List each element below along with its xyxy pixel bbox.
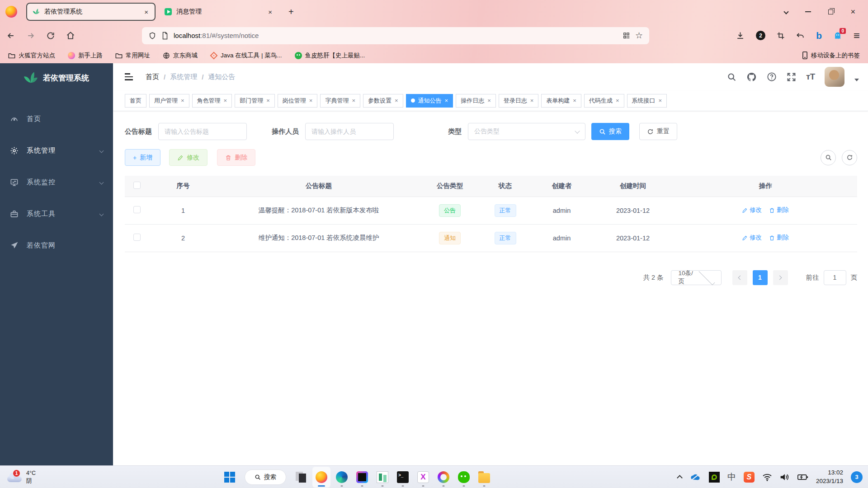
task-view-button[interactable] <box>292 467 310 488</box>
taskbar-firefox[interactable] <box>312 467 330 488</box>
delete-button[interactable]: 删除 <box>217 149 255 166</box>
goto-page-input[interactable] <box>824 270 846 285</box>
ghost-extension-icon[interactable]: 0 <box>833 31 842 40</box>
notification-count-badge[interactable]: 3 <box>851 471 863 483</box>
forward-button[interactable] <box>26 31 35 40</box>
qr-code-icon[interactable] <box>623 32 630 39</box>
tag-oper-log[interactable]: 操作日志× <box>456 94 496 108</box>
reset-button[interactable]: 重置 <box>639 123 677 140</box>
home-button[interactable] <box>66 31 75 40</box>
page-size-select[interactable]: 10条/页 <box>671 270 722 285</box>
tag-close-icon[interactable]: × <box>616 97 619 104</box>
tab-close-icon[interactable]: × <box>143 8 149 16</box>
tag-close-icon[interactable]: × <box>445 97 448 104</box>
avatar[interactable] <box>825 67 844 87</box>
refresh-table-button[interactable] <box>842 150 857 165</box>
bing-icon[interactable]: b <box>816 31 822 40</box>
font-size-icon[interactable]: тT <box>806 72 815 82</box>
ime-indicator-icon[interactable]: 中 <box>727 471 736 483</box>
app-menu-icon[interactable]: ≡ <box>854 30 860 41</box>
bookmark-folder-firefox[interactable]: 火狐官方站点 <box>8 52 55 60</box>
taskbar-clock[interactable]: 13:02 2023/1/13 <box>816 469 843 486</box>
tag-login-log[interactable]: 登录日志× <box>499 94 539 108</box>
wifi-icon[interactable] <box>762 473 772 481</box>
row-checkbox[interactable] <box>133 206 141 213</box>
operator-input[interactable] <box>305 123 394 140</box>
row-checkbox[interactable] <box>133 234 141 241</box>
tag-close-icon[interactable]: × <box>266 97 270 104</box>
taskbar-weather-widget[interactable]: 1 4°C 阴 <box>0 469 36 485</box>
tag-post-mgmt[interactable]: 岗位管理× <box>278 94 318 108</box>
bookmark-star-icon[interactable]: ☆ <box>635 30 643 41</box>
shield-icon[interactable] <box>148 32 156 40</box>
tag-code-gen[interactable]: 代码生成× <box>584 94 624 108</box>
search-icon[interactable] <box>727 72 736 82</box>
screenshot-crop-icon[interactable] <box>777 32 785 40</box>
tag-close-icon[interactable]: × <box>352 97 355 104</box>
tray-expand-chevron-icon[interactable] <box>677 475 683 481</box>
bookmark-getting-started[interactable]: 新手上路 <box>68 52 103 60</box>
help-icon[interactable] <box>767 72 777 82</box>
edit-button[interactable]: 修改 <box>169 149 208 166</box>
breadcrumb-home[interactable]: 首页 <box>146 73 159 81</box>
downloads-icon[interactable] <box>736 31 745 40</box>
battery-icon[interactable] <box>797 474 808 481</box>
url-bar[interactable]: localhost:81/#/system/notice ☆ <box>142 27 649 44</box>
show-search-toggle-button[interactable] <box>821 150 836 165</box>
tag-dept-mgmt[interactable]: 部门管理× <box>235 94 275 108</box>
bookmark-jd[interactable]: 京东商城 <box>163 52 198 60</box>
tag-form-builder[interactable]: 表单构建× <box>541 94 581 108</box>
new-tab-button[interactable]: + <box>286 7 297 17</box>
tab-list-chevron-icon[interactable] <box>784 9 789 14</box>
tag-user-mgmt[interactable]: 用户管理× <box>149 94 189 108</box>
page-number-1[interactable]: 1 <box>753 270 768 285</box>
sidebar-logo[interactable]: 若依管理系统 <box>0 63 113 92</box>
tag-param-settings[interactable]: 参数设置× <box>363 94 403 108</box>
browser-tab-ruoyi[interactable]: 若依管理系统 × <box>26 3 156 21</box>
sidebar-item-home[interactable]: 首页 <box>0 103 113 135</box>
sidebar-item-system-tools[interactable]: 系统工具 <box>0 198 113 230</box>
close-window-button[interactable]: × <box>850 8 855 16</box>
taskbar-file-explorer[interactable] <box>475 467 493 488</box>
row-edit-button[interactable]: 修改 <box>742 234 762 242</box>
tag-close-icon[interactable]: × <box>224 97 227 104</box>
tag-system-api[interactable]: 系统接口× <box>627 94 667 108</box>
tag-close-icon[interactable]: × <box>659 97 662 104</box>
bookmark-folder-common[interactable]: 常用网址 <box>115 52 150 60</box>
sidebar-item-system-mgmt[interactable]: 系统管理 <box>0 135 113 166</box>
row-edit-button[interactable]: 修改 <box>742 206 762 214</box>
sidebar-item-system-monitor[interactable]: 系统监控 <box>0 166 113 198</box>
tag-role-mgmt[interactable]: 角色管理× <box>192 94 232 108</box>
caret-down-icon[interactable] <box>854 79 859 81</box>
start-button[interactable] <box>221 468 239 486</box>
tag-notice-active[interactable]: 通知公告× <box>406 94 453 108</box>
sogou-icon[interactable]: bS <box>744 472 755 483</box>
tag-home[interactable]: 首页 <box>125 94 146 108</box>
search-button[interactable]: 搜索 <box>591 123 629 140</box>
taskbar-terminal[interactable]: >_ <box>394 467 412 488</box>
bookmark-yupi[interactable]: 鱼皮怒肝【史上最贴... <box>295 52 365 60</box>
taskbar-rings-app[interactable] <box>434 467 453 488</box>
prev-page-button[interactable] <box>732 270 747 285</box>
tag-close-icon[interactable]: × <box>395 97 398 104</box>
notice-title-input[interactable] <box>158 123 247 140</box>
bookmark-java-tools[interactable]: Java 在线工具 | 菜鸟... <box>210 52 282 60</box>
select-all-checkbox[interactable] <box>133 182 141 189</box>
extension-badge-icon[interactable]: 2 <box>756 31 765 40</box>
tag-dict-mgmt[interactable]: 字典管理× <box>320 94 360 108</box>
tag-close-icon[interactable]: × <box>487 97 491 104</box>
taskbar-search[interactable]: 搜索 <box>245 469 286 485</box>
fullscreen-icon[interactable] <box>787 72 796 82</box>
next-page-button[interactable] <box>773 270 788 285</box>
volume-icon[interactable] <box>780 473 790 481</box>
taskbar-intellij[interactable] <box>353 467 371 488</box>
tag-close-icon[interactable]: × <box>309 97 313 104</box>
row-delete-button[interactable]: 删除 <box>769 206 789 214</box>
onedrive-icon[interactable] <box>689 473 701 481</box>
github-icon[interactable] <box>746 72 757 82</box>
taskbar-notes-app[interactable] <box>373 467 392 488</box>
tag-close-icon[interactable]: × <box>573 97 576 104</box>
add-button[interactable]: + 新增 <box>125 149 160 166</box>
reload-button[interactable] <box>46 31 55 40</box>
row-delete-button[interactable]: 删除 <box>769 234 789 242</box>
